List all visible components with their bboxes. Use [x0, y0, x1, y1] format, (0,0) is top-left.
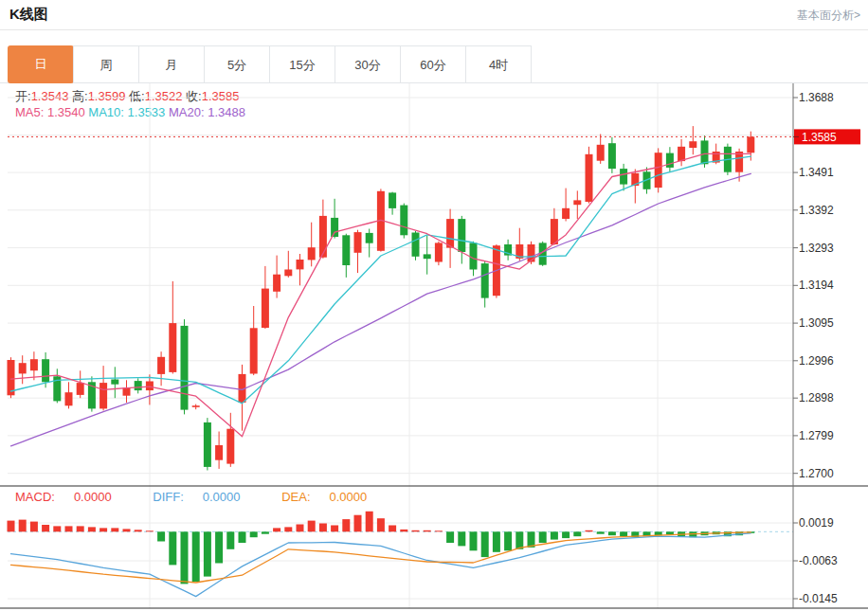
svg-text:1.2700: 1.2700 [799, 467, 834, 480]
svg-text:-0.0063: -0.0063 [799, 554, 838, 567]
price-axis-labels: 1.36881.34911.33921.32931.31941.30951.29… [793, 91, 838, 605]
kline-chart-svg: 1.36881.34911.33921.32931.31941.30951.29… [0, 0, 868, 611]
svg-text:-0.0145: -0.0145 [799, 592, 838, 605]
svg-text:1.3293: 1.3293 [799, 242, 834, 255]
svg-text:1.3392: 1.3392 [799, 204, 834, 217]
macd-lines [11, 532, 751, 597]
candles [8, 126, 755, 470]
svg-text:0.0019: 0.0019 [799, 516, 834, 530]
current-price-badge: 1.3585 [793, 129, 860, 144]
svg-text:1.3585: 1.3585 [802, 131, 837, 144]
svg-text:1.2898: 1.2898 [799, 391, 834, 404]
svg-text:1.3194: 1.3194 [799, 279, 834, 292]
svg-text:1.2996: 1.2996 [799, 354, 834, 368]
svg-text:1.3688: 1.3688 [799, 91, 834, 104]
svg-text:1.2799: 1.2799 [799, 429, 834, 442]
svg-text:1.3491: 1.3491 [799, 166, 834, 179]
macd-histogram [8, 512, 755, 584]
svg-text:1.3095: 1.3095 [799, 316, 834, 330]
